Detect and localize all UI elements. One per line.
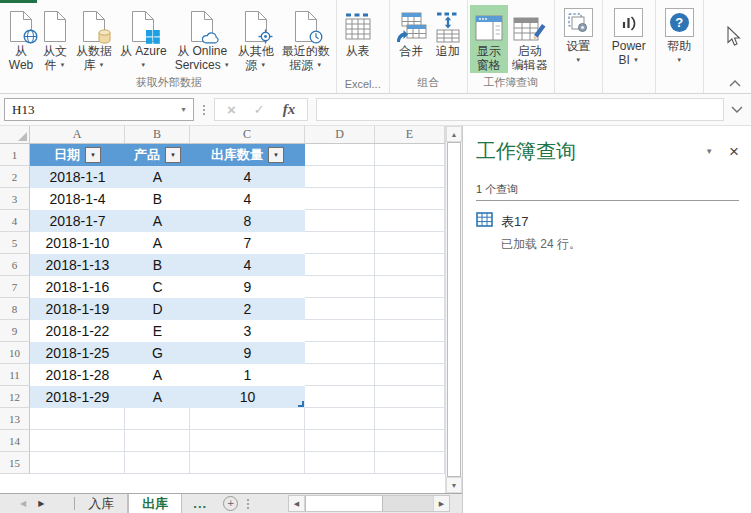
tabbar-separator-dots[interactable]: [247, 494, 249, 513]
sheet-nav-left-icon[interactable]: ◀: [14, 494, 32, 513]
table-cell[interactable]: 9: [190, 276, 305, 298]
cell[interactable]: [375, 254, 445, 276]
sheet-tab-more[interactable]: ...: [182, 494, 218, 513]
table-header-cell[interactable]: 产品 ▼: [125, 144, 190, 166]
filter-dropdown-button[interactable]: ▼: [165, 147, 181, 163]
cell[interactable]: [305, 232, 375, 254]
table-header-cell[interactable]: 出库数量 ▼: [190, 144, 305, 166]
table-cell[interactable]: 2018-1-1: [30, 166, 125, 188]
cell[interactable]: [375, 342, 445, 364]
name-box-dropdown-icon[interactable]: ▼: [177, 106, 190, 114]
table-cell[interactable]: E: [125, 320, 190, 342]
launch-editor-button[interactable]: 启动 编辑器: [508, 5, 552, 73]
from-online-services-button[interactable]: 从 Online Services▼: [171, 5, 234, 73]
cell[interactable]: [305, 430, 375, 452]
append-button[interactable]: 追加: [431, 5, 465, 59]
from-azure-button[interactable]: 从 Azure ▼: [116, 5, 171, 73]
table-cell[interactable]: 2018-1-13: [30, 254, 125, 276]
table-cell[interactable]: 2018-1-25: [30, 342, 125, 364]
cell[interactable]: [190, 430, 305, 452]
cancel-button[interactable]: ×: [227, 101, 236, 118]
cell[interactable]: [375, 210, 445, 232]
cell[interactable]: [305, 320, 375, 342]
table-cell[interactable]: 4: [190, 254, 305, 276]
table-cell[interactable]: B: [125, 254, 190, 276]
horizontal-scrollbar[interactable]: ◀ ▶: [288, 495, 450, 512]
sheet-tab-ruku[interactable]: 入库: [75, 494, 128, 513]
scroll-up-button[interactable]: ▲: [446, 126, 462, 142]
name-box[interactable]: H13 ▼: [4, 98, 194, 121]
insert-function-button[interactable]: fx: [283, 101, 296, 118]
show-queries-pane-button[interactable]: 显示 窗格: [470, 5, 508, 73]
row-header[interactable]: 14: [0, 430, 30, 452]
row-header[interactable]: 9: [0, 320, 30, 342]
formula-input[interactable]: [316, 98, 724, 121]
from-file-button[interactable]: 从文 件▼: [38, 5, 72, 73]
cell[interactable]: [375, 232, 445, 254]
formula-bar-separator-dots[interactable]: [203, 105, 205, 115]
cell[interactable]: [305, 386, 375, 408]
cell[interactable]: [375, 166, 445, 188]
cell[interactable]: [125, 408, 190, 430]
row-header[interactable]: 5: [0, 232, 30, 254]
table-cell[interactable]: A: [125, 210, 190, 232]
hscroll-right-button[interactable]: ▶: [433, 496, 449, 511]
table-cell[interactable]: 9: [190, 342, 305, 364]
vertical-scrollbar-thumb[interactable]: [447, 142, 461, 477]
row-header[interactable]: 4: [0, 210, 30, 232]
column-header[interactable]: B: [125, 126, 190, 143]
table-cell[interactable]: A: [125, 232, 190, 254]
cell[interactable]: [30, 408, 125, 430]
table-cell[interactable]: 2: [190, 298, 305, 320]
sheet-tab-chuku[interactable]: 出库: [128, 494, 182, 513]
row-header[interactable]: 7: [0, 276, 30, 298]
column-header[interactable]: E: [375, 126, 445, 143]
table-cell[interactable]: 8: [190, 210, 305, 232]
table-cell[interactable]: 2018-1-4: [30, 188, 125, 210]
cell[interactable]: [375, 144, 445, 166]
help-button[interactable]: ? 帮助 ▼: [658, 5, 701, 67]
cell[interactable]: [190, 408, 305, 430]
table-cell[interactable]: 2018-1-19: [30, 298, 125, 320]
row-header[interactable]: 13: [0, 408, 30, 430]
row-header[interactable]: 2: [0, 166, 30, 188]
row-header[interactable]: 1: [0, 144, 30, 166]
cell[interactable]: [305, 364, 375, 386]
enter-button[interactable]: ✓: [254, 102, 265, 117]
filter-dropdown-button[interactable]: ▼: [268, 147, 284, 163]
cell[interactable]: [305, 298, 375, 320]
panel-dropdown-icon[interactable]: ▼: [701, 143, 717, 160]
column-header[interactable]: C: [190, 126, 305, 143]
from-other-sources-button[interactable]: 从其他 源▼: [234, 5, 278, 73]
table-cell[interactable]: A: [125, 166, 190, 188]
table-cell[interactable]: G: [125, 342, 190, 364]
recent-sources-button[interactable]: 最近的数 据源▼: [278, 5, 334, 73]
table-cell[interactable]: 2018-1-7: [30, 210, 125, 232]
table-cell[interactable]: 2018-1-16: [30, 276, 125, 298]
cell[interactable]: [375, 298, 445, 320]
from-table-button[interactable]: 从表: [339, 5, 377, 59]
cell[interactable]: [305, 452, 375, 474]
row-header[interactable]: 11: [0, 364, 30, 386]
panel-close-icon[interactable]: ×: [727, 143, 741, 160]
cell[interactable]: [190, 452, 305, 474]
cell[interactable]: [375, 276, 445, 298]
cell[interactable]: [375, 188, 445, 210]
sheet-nav-right-icon[interactable]: ▶: [32, 494, 50, 513]
table-cell[interactable]: 2018-1-22: [30, 320, 125, 342]
table-cell[interactable]: B: [125, 188, 190, 210]
table-cell[interactable]: 2018-1-29: [30, 386, 125, 408]
table-cell[interactable]: 4: [190, 188, 305, 210]
table-cell[interactable]: A: [125, 386, 190, 408]
table-cell[interactable]: 3: [190, 320, 305, 342]
table-cell[interactable]: 1: [190, 364, 305, 386]
settings-button[interactable]: 设置 ▼: [557, 5, 600, 67]
cell[interactable]: [305, 342, 375, 364]
row-header[interactable]: 6: [0, 254, 30, 276]
row-header[interactable]: 3: [0, 188, 30, 210]
table-cell[interactable]: 4: [190, 166, 305, 188]
cell[interactable]: [30, 452, 125, 474]
merge-button[interactable]: 合并: [392, 5, 431, 59]
column-header[interactable]: D: [305, 126, 375, 143]
cell[interactable]: [305, 144, 375, 166]
